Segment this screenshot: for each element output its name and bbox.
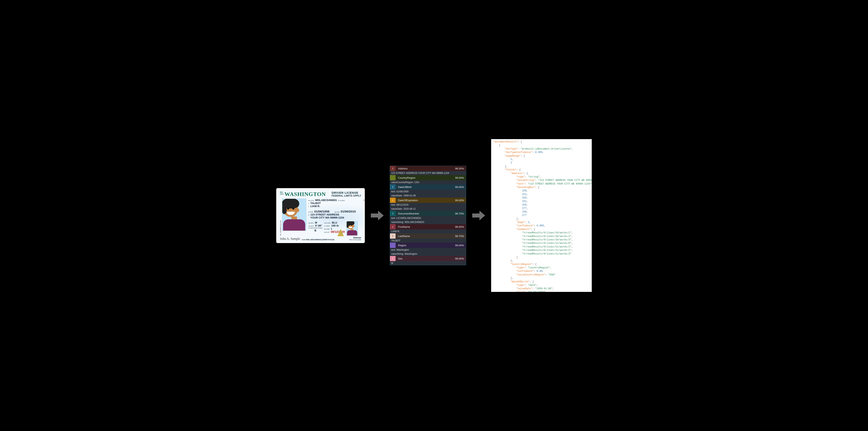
result-subline: M (390, 261, 466, 265)
result-name: DateOfExpiration (396, 199, 455, 202)
result-badge: 1 (390, 184, 396, 190)
result-field[interactable]: 1Sex99.00%M (390, 256, 466, 265)
result-header[interactable]: 1Address96.50% (390, 166, 466, 171)
result-badge: 1 (390, 256, 396, 261)
class-key: 9 CLASS (338, 200, 345, 201)
result-confidence: 98.70% (455, 212, 466, 215)
lic-key: 4d LIC# (308, 200, 314, 201)
hgt-value: 5'-08" (315, 224, 322, 227)
address-line1: 123 STREET ADDRESS (310, 213, 339, 216)
result-header[interactable]: 1Sex99.00% (390, 256, 466, 261)
result-confidence: 99.00% (455, 186, 466, 189)
end-key: 9a END (324, 228, 330, 230)
arrow-right-icon (371, 209, 384, 222)
hgt-key: 16 HGT (308, 225, 314, 227)
result-name: DateOfBirth (396, 186, 455, 189)
result-confidence: 99.00% (455, 257, 466, 260)
result-field[interactable]: CountryRegion99.00%valueCountryRegion: U… (390, 175, 466, 184)
tree-icon (337, 229, 344, 236)
result-name: FirstName (396, 225, 455, 228)
restr-key: 12 RESTRICTIONS (308, 227, 322, 229)
result-subline: valueString: WDLABCD456DG (390, 220, 466, 224)
address-line2: YOUR CITY WA 99999-1234 (310, 216, 344, 219)
secondary-photo (346, 221, 358, 236)
result-header[interactable]: 1DateOfBirth99.00% (390, 184, 466, 190)
result-subline: text: 08/12/2020 (390, 203, 466, 207)
card-title: DRIVER LICENSE (332, 191, 361, 194)
lastname: TALBOT (310, 202, 321, 205)
card-subtitle: FEDERAL LIMITS APPLY (332, 194, 361, 197)
revision-date: REV 07/01/2018 (349, 239, 361, 241)
arrow-right-icon (472, 209, 485, 222)
donor-badge: DONOR ♥ (364, 199, 365, 201)
result-field[interactable]: Region99.00%text: WashingtonvalueString:… (390, 243, 466, 256)
result-confidence: 99.00% (455, 176, 466, 179)
primary-photo (282, 199, 306, 231)
result-subline: LIAM R. (390, 229, 466, 233)
result-field[interactable]: 1LastName98.70%TALBOT (390, 233, 466, 243)
result-field[interactable]: 1DocumentNumber98.70%text: LIC#WDLABCD45… (390, 211, 466, 224)
dd-key: 5 DD (302, 239, 305, 241)
result-subline: text: Washington (390, 248, 466, 252)
result-subline: TALBOT (390, 239, 466, 243)
wgt-value: 165 lb (331, 224, 339, 227)
result-header[interactable]: Region99.00% (390, 243, 466, 248)
result-header[interactable]: 1FirstName98.50% (390, 224, 466, 229)
result-name: LastName (396, 235, 455, 238)
result-subline: valueCountryRegion: USA (390, 180, 466, 184)
result-field[interactable]: 1FirstName98.50%LIAM R. (390, 224, 466, 233)
result-header[interactable]: 1DateOfExpiration99.00% (390, 198, 466, 203)
dd-value: WDLABCD456DG1234567XX1101 (306, 239, 335, 241)
result-confidence: 99.00% (455, 244, 466, 247)
lic-number: WDLABCD456DG (315, 199, 337, 202)
result-subline: valueDate: 2020-08-12 (390, 207, 466, 211)
firstname: LIAM R. (310, 205, 320, 208)
lastname-key: 1 (308, 203, 309, 204)
result-subline: text: LIC#WDLABCD456DG (390, 216, 466, 220)
result-field[interactable]: 1DateOfExpiration99.00%text: 08/12/2020v… (390, 198, 466, 211)
result-header[interactable]: CountryRegion99.00% (390, 175, 466, 180)
result-name: Region (396, 244, 455, 247)
result-name: CountryRegion (396, 176, 455, 179)
extraction-results-panel: 1Address96.50%123 STREET ADDRESS YOUR CI… (390, 166, 466, 265)
donor-text: DONOR (364, 199, 365, 201)
result-confidence: 99.00% (455, 199, 466, 202)
result-name: Sex (396, 257, 455, 260)
exp-key: 4b EXP (324, 231, 330, 233)
signature: John A. Sample (280, 237, 300, 241)
sex-value: M (315, 221, 317, 224)
result-header[interactable]: 1DocumentNumber98.70% (390, 211, 466, 216)
addr-key: 8 (308, 214, 309, 216)
result-badge (390, 175, 396, 180)
iss-value: 01/06/2015 (341, 210, 356, 213)
result-subline: valueString: Washington (390, 252, 466, 256)
result-confidence: 96.50% (455, 167, 466, 170)
end-value: L (331, 227, 333, 230)
result-subline: 123 STREET ADDRESS YOUR CITY WA 99999-12… (390, 171, 466, 175)
result-field[interactable]: 1Address96.50%123 STREET ADDRESS YOUR CI… (390, 166, 466, 175)
result-confidence: 98.50% (455, 225, 466, 228)
stage: WA USA WASHINGTON DRIVER LICENSE FEDERAL… (276, 139, 592, 292)
dob-value: 01/06/1958 (314, 210, 329, 213)
wgt-key: 17 WGT (324, 225, 330, 227)
result-badge: 1 (390, 233, 396, 239)
result-badge: 1 (390, 166, 396, 171)
result-name: Address (396, 167, 455, 170)
result-field[interactable]: 1DateOfBirth99.00%text: 01/06/1958valueD… (390, 184, 466, 198)
result-header[interactable]: 1LastName98.70% (390, 233, 466, 239)
iss-key: 4a ISS (335, 211, 339, 213)
dob-key: 3 DOB (308, 211, 313, 213)
restr-value: B (314, 229, 316, 232)
result-badge: 1 (390, 211, 396, 216)
eyes-key: 18 EYES (324, 222, 331, 224)
result-badge: 1 (390, 224, 396, 229)
result-badge: 1 (390, 198, 396, 203)
result-subline: valueDate: 1958-01-06 (390, 194, 466, 198)
result-badge (390, 243, 396, 248)
eyes-value: BLU (332, 221, 337, 224)
firstname-key: 2 (308, 206, 309, 207)
json-output-panel: "documentResults": [ { "docType": "prebu… (491, 139, 592, 292)
veteran-badge: Veteran (349, 236, 361, 239)
sex-key: 15 SEX (308, 222, 314, 224)
result-name: DocumentNumber (396, 212, 455, 215)
